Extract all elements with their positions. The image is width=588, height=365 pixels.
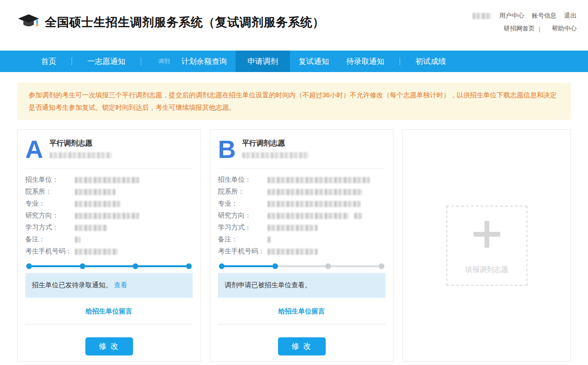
- field-value: [75, 235, 81, 244]
- nav-admission-notice[interactable]: 待录取通知: [338, 51, 393, 72]
- field-label: 专业：: [218, 199, 268, 208]
- dotted-divider: [218, 324, 385, 324]
- nav-divider: [72, 58, 72, 65]
- progress-dot: [325, 263, 331, 269]
- yanzhao-home-link[interactable]: 研招网首页: [504, 24, 535, 33]
- nav-apply-adjust[interactable]: 申请调剂: [236, 51, 290, 72]
- application-cards: A 平行调剂志愿 招生单位： 院系所： 专业： 研究方向： 学习方式： 备注： …: [17, 129, 571, 362]
- divider: [25, 168, 193, 169]
- brand: 全国硕士生招生调剂服务系统（复试调剂服务系统）: [17, 12, 325, 31]
- card-date-redacted: [50, 152, 112, 158]
- progress-dot: [80, 263, 85, 269]
- nav-first-choice-notice[interactable]: 一志愿通知: [79, 51, 134, 72]
- redacted-value: [268, 201, 361, 207]
- card-letter: A: [25, 137, 43, 161]
- message-to-unit-link[interactable]: 给招生单位留言: [86, 307, 133, 315]
- card-letter: B: [218, 137, 236, 161]
- message-to-unit-link[interactable]: 给招生单位留言: [279, 307, 325, 315]
- field-label: 专业：: [25, 199, 75, 208]
- progress-dot: [26, 263, 32, 269]
- nav-group-label-tiaoji: 调剂: [158, 57, 170, 65]
- redacted-value: [75, 189, 115, 195]
- link-separator: |: [539, 25, 540, 32]
- main-nav: 首页 一志愿通知 调剂 计划余额查询 申请调剂 复试通知 待录取通知 初试成绩: [0, 51, 588, 72]
- field-value: [268, 199, 361, 208]
- empty-application-card: 填报调剂志愿: [402, 129, 571, 362]
- nav-divider: [400, 58, 400, 65]
- progress-dot: [379, 263, 384, 269]
- account-info-link[interactable]: 账号信息: [532, 11, 557, 20]
- nav-initial-score[interactable]: 初试成绩: [407, 51, 454, 72]
- logout-link[interactable]: 退出: [564, 11, 577, 20]
- notice-banner: 参加调剂的考生可一次填报三个平行调剂志愿，提交后的调剂志愿在招生单位设置的时间内…: [17, 83, 571, 120]
- nav-plan-balance[interactable]: 计划余额查询: [173, 51, 236, 72]
- field-value: [268, 211, 362, 220]
- field-label: 考生手机号码：: [25, 247, 75, 256]
- field-value: [268, 188, 363, 196]
- redacted-value: [268, 225, 318, 231]
- username-redacted: [473, 13, 492, 19]
- status-box: 调剂申请已被招生单位查看。: [218, 273, 385, 298]
- redacted-value: [354, 213, 362, 219]
- progress-dot: [133, 263, 138, 269]
- field-value: [75, 223, 107, 232]
- redacted-value: [268, 237, 271, 243]
- nav-retest-notice[interactable]: 复试通知: [290, 51, 338, 72]
- field-value: [268, 223, 318, 232]
- card-title: 平行调剂志愿: [242, 139, 309, 148]
- field-label: 研究方向：: [25, 211, 75, 220]
- field-label: 备注：: [218, 235, 268, 244]
- field-label: 招生单位：: [25, 176, 75, 184]
- redacted-value: [75, 249, 118, 255]
- graduation-cap-icon: [17, 12, 45, 31]
- redacted-value: [75, 213, 139, 219]
- status-text: 招生单位已发待录取通知。: [32, 281, 112, 289]
- field-value: [268, 235, 271, 244]
- add-application-button[interactable]: 填报调剂志愿: [446, 206, 527, 286]
- field-label: 学习方式：: [25, 223, 75, 232]
- field-value: [75, 211, 139, 220]
- redacted-value: [75, 237, 81, 243]
- nav-divider: [141, 58, 141, 65]
- field-label: 备注：: [25, 235, 75, 244]
- field-label: 考生手机号码：: [218, 247, 268, 256]
- field-label: 招生单位：: [218, 176, 268, 184]
- help-center-link[interactable]: 帮助中心: [552, 24, 577, 33]
- redacted-value: [75, 201, 120, 207]
- dotted-divider: [25, 324, 193, 324]
- field-list: 招生单位： 院系所： 专业： 研究方向： 学习方式： 备注： 考生手机号码：: [218, 174, 385, 257]
- redacted-value: [75, 177, 139, 183]
- modify-button[interactable]: 修 改: [278, 337, 326, 355]
- field-value: [75, 199, 120, 208]
- status-box: 招生单位已发待录取通知。查看: [25, 273, 193, 298]
- nav-home[interactable]: 首页: [32, 51, 65, 72]
- card-date-redacted: [242, 152, 309, 158]
- field-label: 学习方式：: [218, 223, 268, 232]
- page-title: 全国硕士生招生调剂服务系统（复试调剂服务系统）: [45, 14, 325, 30]
- status-view-link[interactable]: 查看: [114, 281, 127, 289]
- field-label: 院系所：: [25, 188, 75, 196]
- plus-icon: [474, 221, 500, 248]
- field-label: 院系所：: [218, 188, 268, 196]
- modify-button[interactable]: 修 改: [85, 337, 133, 355]
- field-value: [268, 247, 318, 256]
- user-center-link[interactable]: 用户中心: [499, 11, 524, 20]
- redacted-value: [268, 249, 318, 255]
- field-list: 招生单位： 院系所： 专业： 研究方向： 学习方式： 备注： 考生手机号码：: [25, 174, 193, 257]
- redacted-value: [268, 213, 349, 219]
- field-value: [268, 176, 370, 184]
- progress-dot: [219, 263, 225, 269]
- progress-dot: [272, 263, 278, 269]
- card-title: 平行调剂志愿: [50, 139, 112, 148]
- application-card-a: A 平行调剂志愿 招生单位： 院系所： 专业： 研究方向： 学习方式： 备注： …: [17, 129, 201, 362]
- progress-steps: [219, 263, 384, 269]
- page-header: 全国硕士生招生调剂服务系统（复试调剂服务系统） 用户中心 账号信息 退出 研招网…: [0, 0, 588, 51]
- status-text: 调剂申请已被招生单位查看。: [225, 281, 311, 289]
- add-application-label: 填报调剂志愿: [465, 265, 508, 274]
- divider: [218, 168, 385, 169]
- header-links: 用户中心 账号信息 退出 研招网首页 | 帮助中心: [473, 11, 577, 37]
- field-value: [75, 247, 118, 256]
- redacted-value: [75, 225, 107, 231]
- redacted-value: [268, 189, 363, 195]
- progress-steps: [26, 263, 192, 269]
